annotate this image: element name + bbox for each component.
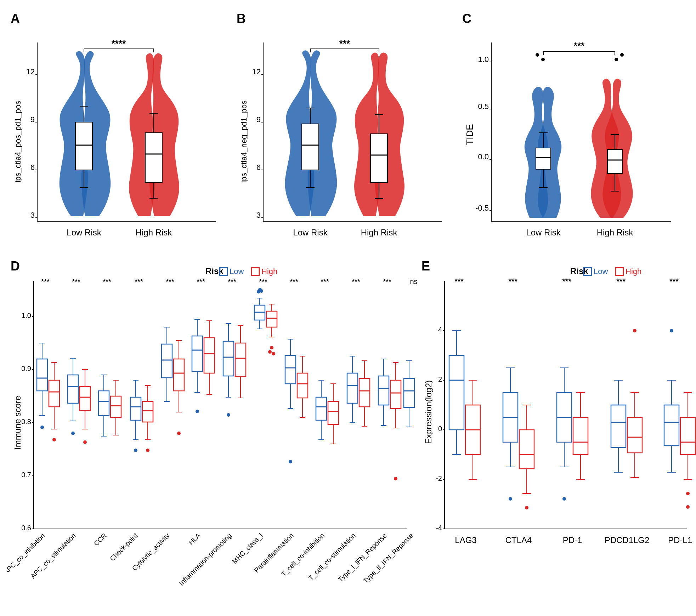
sig-d-1: *** bbox=[41, 278, 50, 285]
outlier bbox=[134, 449, 137, 452]
xlab-high-a: High Risk bbox=[136, 228, 172, 237]
box-d-6-blue bbox=[192, 336, 203, 371]
outlier bbox=[227, 413, 230, 417]
outlier bbox=[509, 497, 512, 501]
sig-d-10: *** bbox=[321, 278, 329, 285]
sig-d-7: *** bbox=[228, 278, 236, 285]
legend-red-box-e bbox=[616, 268, 623, 275]
panel-e-label: E bbox=[421, 259, 430, 273]
box-d-3-blue bbox=[98, 391, 109, 416]
ytick: 0.5 bbox=[478, 102, 489, 111]
ytick: 0.6 bbox=[21, 524, 31, 532]
ytick: 6 bbox=[256, 163, 260, 172]
box-d-9-blue bbox=[285, 355, 296, 384]
sig-d-11: *** bbox=[352, 278, 360, 285]
outlier bbox=[686, 492, 690, 495]
box-blue-c bbox=[536, 148, 551, 169]
xlab-e-2: CTLA4 bbox=[505, 535, 532, 545]
panel-c-label: C bbox=[462, 11, 471, 26]
outlier bbox=[670, 329, 673, 332]
outlier bbox=[146, 449, 149, 452]
box-e-5-blue bbox=[664, 405, 679, 446]
xlab-low-c: Low Risk bbox=[526, 228, 561, 237]
outlier bbox=[541, 58, 545, 61]
ytick: -2 bbox=[436, 474, 442, 482]
outlier bbox=[177, 432, 181, 435]
xlab-high-b: High Risk bbox=[361, 228, 397, 237]
xlab-d-3: CCR bbox=[92, 532, 108, 547]
panel-a: A ips_ctla4_pos_pd1_pos 3 6 9 12 bbox=[7, 7, 233, 246]
ytick: 3 bbox=[30, 211, 35, 219]
box-d-10-red bbox=[328, 401, 339, 424]
outlier bbox=[83, 440, 87, 444]
outlier bbox=[620, 53, 624, 57]
sig-d-8: *** bbox=[259, 278, 267, 285]
box-d-3-red bbox=[111, 396, 121, 417]
box-d-9-red bbox=[297, 373, 308, 398]
box-d-8-red bbox=[266, 311, 277, 327]
xlab-e-4: PDCD1LG2 bbox=[605, 535, 650, 545]
box-d-11-blue bbox=[347, 373, 358, 403]
ytick: 9 bbox=[256, 115, 260, 124]
outlier bbox=[40, 426, 44, 429]
box-e-2-red bbox=[519, 430, 534, 469]
box-e-3-red bbox=[573, 417, 588, 455]
sig-d-9: *** bbox=[290, 278, 298, 285]
ytick: 0.9 bbox=[21, 365, 31, 372]
outlier bbox=[686, 505, 690, 509]
outlier bbox=[633, 329, 636, 332]
outlier bbox=[615, 58, 618, 61]
xlab-e-1: LAG3 bbox=[455, 535, 476, 545]
panel-b: B ips_ctla4_neg_pd1_pos 3 6 9 12 bbox=[233, 7, 459, 246]
panel-d-label: D bbox=[11, 259, 20, 273]
outlier bbox=[270, 346, 273, 349]
outlier bbox=[536, 53, 539, 57]
outlier bbox=[258, 288, 262, 291]
box-d-12-red bbox=[390, 380, 401, 409]
ytick: 0 bbox=[438, 425, 442, 433]
outlier bbox=[196, 410, 199, 413]
sig-e-1: *** bbox=[454, 277, 464, 286]
xlab-d-13: Type_II_IFN_Reponse bbox=[362, 532, 415, 585]
panel-b-yaxis: ips_ctla4_neg_pd1_pos bbox=[239, 101, 248, 183]
box-e-4-red bbox=[627, 417, 642, 453]
panel-c-yaxis: TIDE bbox=[464, 124, 475, 145]
panel-a-label: A bbox=[11, 11, 20, 26]
main-container: A ips_ctla4_pos_pd1_pos 3 6 9 12 bbox=[0, 0, 696, 616]
box-d-4-blue bbox=[130, 397, 141, 420]
sig-b: *** bbox=[339, 38, 350, 49]
outlier bbox=[394, 477, 397, 480]
box-e-1-blue bbox=[449, 355, 464, 430]
legend-high-e: High bbox=[626, 267, 641, 276]
sig-e-2: *** bbox=[508, 277, 517, 286]
xlab-low-b: Low Risk bbox=[293, 228, 328, 237]
sig-d-12: *** bbox=[383, 278, 391, 285]
sig-d-2: *** bbox=[72, 278, 80, 285]
sig-d-3: *** bbox=[103, 278, 111, 285]
ytick: 0.8 bbox=[21, 418, 31, 426]
box-red-b bbox=[370, 134, 387, 183]
sig-c: *** bbox=[574, 40, 585, 51]
outlier bbox=[525, 506, 528, 509]
panel-e-yaxis: Expression(log2) bbox=[424, 380, 433, 444]
box-d-2-blue bbox=[68, 375, 78, 403]
box-d-1-blue bbox=[37, 359, 47, 391]
legend-low-d: Low bbox=[230, 267, 244, 276]
sig-d-6: *** bbox=[197, 278, 205, 285]
legend-low-e: Low bbox=[594, 267, 608, 276]
xlab-high-c: High Risk bbox=[597, 228, 634, 237]
sig-e-4: *** bbox=[616, 277, 626, 286]
ytick: 4 bbox=[438, 326, 442, 333]
box-e-4-blue bbox=[611, 405, 626, 447]
box-d-6-red bbox=[204, 338, 215, 373]
box-d-11-red bbox=[359, 378, 370, 407]
ytick: 12 bbox=[26, 67, 35, 76]
outlier bbox=[268, 350, 272, 354]
ytick: 3 bbox=[256, 211, 260, 219]
xlab-d-8: MHC_class_I bbox=[231, 532, 264, 565]
box-d-7-blue bbox=[223, 341, 234, 376]
outlier bbox=[272, 352, 275, 355]
ytick: 2 bbox=[438, 375, 442, 383]
sig-d-4: *** bbox=[135, 278, 143, 285]
ytick: -0.5 bbox=[475, 204, 489, 212]
